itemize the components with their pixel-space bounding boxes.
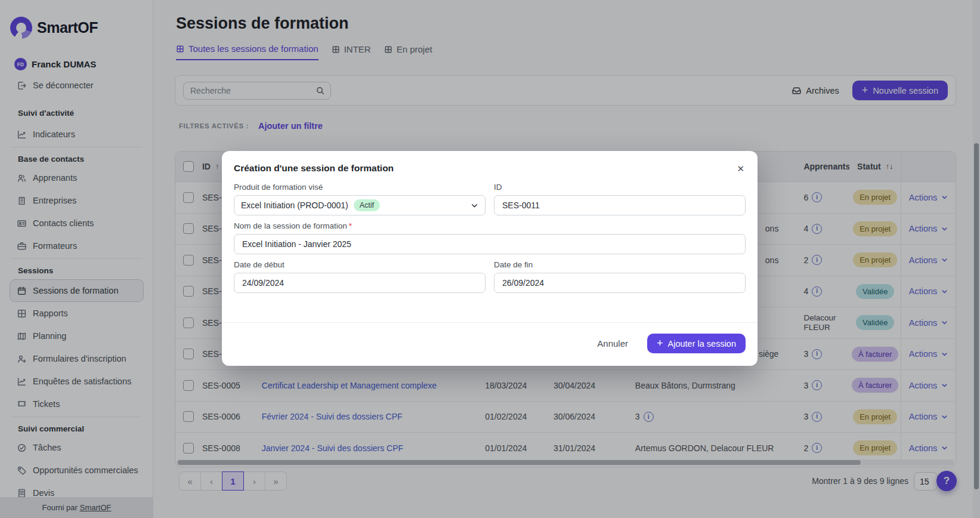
chevron-down-icon	[471, 202, 478, 209]
product-select[interactable]: Excel Initiation (PROD-0001) Actif	[234, 195, 486, 215]
product-select-value: Excel Initiation (PROD-0001)	[241, 201, 348, 210]
start-date-label: Date de début	[234, 260, 486, 269]
product-field-label: Produit de formation visé	[234, 183, 486, 192]
session-name-field[interactable]	[241, 239, 738, 249]
end-date-field[interactable]	[501, 278, 738, 288]
add-session-button[interactable]: + Ajouter la session	[647, 334, 746, 353]
close-icon[interactable]: ✕	[735, 163, 746, 174]
create-session-modal: Création d'une session de formation ✕ Pr…	[222, 151, 758, 366]
required-asterisk: *	[349, 221, 352, 230]
status-badge: Actif	[354, 199, 380, 211]
session-id-field[interactable]	[501, 200, 738, 211]
modal-title: Création d'une session de formation	[234, 163, 394, 174]
application-window: SmartOF FD Franck DUMAS Se déconnecter S…	[0, 0, 980, 518]
modal-divider	[222, 322, 758, 323]
plus-icon: +	[657, 338, 663, 349]
start-date-field[interactable]	[241, 278, 478, 288]
cancel-button[interactable]: Annuler	[593, 338, 632, 349]
name-field-label: Nom de la session de formation*	[234, 221, 746, 230]
end-date-label: Date de fin	[494, 260, 746, 269]
id-field-label: ID	[494, 183, 746, 192]
